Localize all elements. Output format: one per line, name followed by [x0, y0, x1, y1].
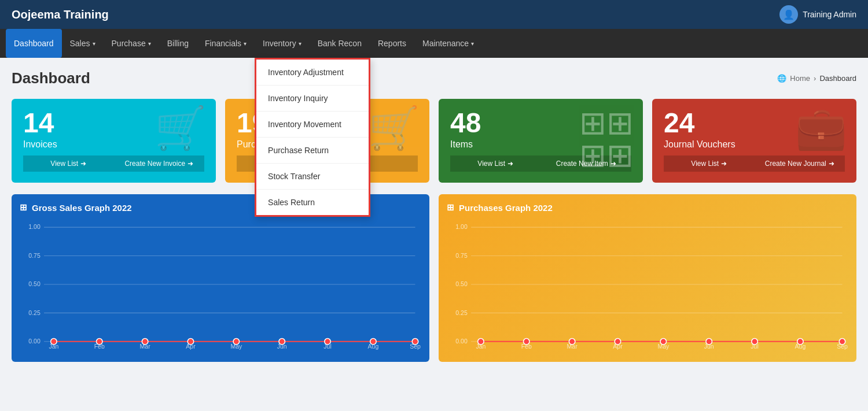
svg-text:0.25: 0.25 — [455, 309, 468, 316]
arrow-right-icon: ➜ — [721, 160, 727, 168]
purchases-svg: 1.00 0.75 0.50 0.25 0.00 — [447, 219, 848, 351]
svg-text:Apr: Apr — [613, 343, 623, 350]
arrow-right-icon: ➜ — [80, 160, 86, 168]
gross-sales-chart: ⊞ Gross Sales Graph 2022 1.00 0.75 0.50 … — [12, 194, 429, 362]
svg-text:Jul: Jul — [323, 343, 331, 350]
stat-card-journals: 24 Journal Vouchers 💼 View List ➜ Create… — [652, 99, 856, 183]
plus-icon: ➜ — [187, 160, 193, 168]
svg-text:Feb: Feb — [94, 343, 105, 350]
svg-text:0.75: 0.75 — [455, 252, 468, 259]
chevron-down-icon: ▾ — [471, 40, 474, 47]
page-title: Dashboard — [12, 69, 90, 87]
invoices-create-btn[interactable]: Create New Invoice ➜ — [114, 155, 205, 172]
user-avatar: 👤 — [779, 5, 798, 24]
inventory-dropdown: Inventory Adjustment Inventory Inquiry I… — [255, 58, 370, 217]
dashboard-header: Dashboard 🌐 Home › Dashboard — [12, 69, 856, 87]
gross-sales-chart-area: 1.00 0.75 0.50 0.25 0.00 — [20, 219, 421, 351]
user-info: 👤 Training Admin — [779, 5, 856, 24]
items-view-btn[interactable]: View List ➜ — [450, 155, 541, 172]
purchases-chart: ⊞ Purchases Graph 2022 1.00 0.75 0.50 0.… — [439, 194, 856, 362]
dropdown-item-inventory-adjustment[interactable]: Inventory Adjustment — [256, 60, 369, 86]
breadcrumb-home[interactable]: Home — [790, 74, 810, 83]
svg-text:Sep: Sep — [410, 343, 421, 350]
invoices-view-btn[interactable]: View List ➜ — [23, 155, 114, 172]
dropdown-item-sales-return[interactable]: Sales Return — [256, 190, 369, 215]
app-title: Oojeema Training — [12, 8, 109, 21]
stat-card-invoices: 14 Invoices 🛒 View List ➜ Create New Inv… — [12, 99, 216, 183]
svg-text:Aug: Aug — [368, 343, 379, 350]
chevron-down-icon: ▾ — [299, 40, 301, 47]
items-icon: ⊞⊞⊞⊞ — [579, 107, 634, 172]
svg-text:1.00: 1.00 — [28, 223, 41, 230]
svg-text:Feb: Feb — [521, 343, 532, 350]
svg-text:0.75: 0.75 — [28, 252, 41, 259]
grid-icon: ⊞ — [447, 202, 454, 213]
svg-text:0.50: 0.50 — [455, 280, 468, 287]
nav-bankrecon[interactable]: Bank Recon — [310, 29, 370, 58]
nav-dashboard[interactable]: Dashboard — [6, 29, 62, 58]
svg-text:0.00: 0.00 — [28, 338, 41, 345]
gross-sales-svg: 1.00 0.75 0.50 0.25 0.00 — [20, 219, 421, 351]
nav-sales[interactable]: Sales ▾ — [62, 29, 104, 58]
briefcase-icon: 💼 — [795, 107, 847, 149]
svg-text:Aug: Aug — [795, 343, 806, 350]
main-content: Dashboard 🌐 Home › Dashboard 14 Invoices… — [0, 58, 868, 373]
plus-icon: ➜ — [829, 160, 834, 168]
breadcrumb-current: Dashboard — [819, 74, 856, 83]
svg-text:Jun: Jun — [704, 343, 714, 350]
grid-icon: ⊞ — [20, 202, 27, 213]
dropdown-item-purchase-return[interactable]: Purchase Return — [256, 138, 369, 164]
purchases-chart-area: 1.00 0.75 0.50 0.25 0.00 — [447, 219, 848, 351]
svg-text:Jan: Jan — [476, 343, 486, 350]
breadcrumb-globe-icon: 🌐 — [777, 74, 786, 83]
user-name: Training Admin — [803, 10, 856, 19]
nav-inventory[interactable]: Inventory ▾ Inventory Adjustment Invento… — [255, 29, 310, 58]
journals-view-btn[interactable]: View List ➜ — [664, 155, 755, 172]
journals-create-btn[interactable]: Create New Journal ➜ — [755, 155, 845, 172]
nav-reports[interactable]: Reports — [370, 29, 414, 58]
nav-maintenance[interactable]: Maintenance ▾ — [414, 29, 482, 58]
svg-text:Sep: Sep — [837, 343, 848, 350]
stat-card-items: 48 Items ⊞⊞⊞⊞ View List ➜ Create New Ite… — [439, 99, 643, 183]
svg-text:Mar: Mar — [567, 343, 578, 350]
dropdown-item-stock-transfer[interactable]: Stock Transfer — [256, 164, 369, 190]
charts-row: ⊞ Gross Sales Graph 2022 1.00 0.75 0.50 … — [12, 194, 856, 362]
svg-text:May: May — [657, 343, 670, 350]
cart-icon: 🛒 — [155, 107, 207, 149]
chevron-down-icon: ▾ — [93, 40, 95, 47]
nav-financials[interactable]: Financials ▾ — [197, 29, 255, 58]
svg-text:0.50: 0.50 — [28, 280, 41, 287]
dropdown-item-inventory-inquiry[interactable]: Inventory Inquiry — [256, 86, 369, 112]
stat-cards: 14 Invoices 🛒 View List ➜ Create New Inv… — [12, 99, 856, 183]
breadcrumb-separator: › — [814, 74, 816, 83]
nav-billing[interactable]: Billing — [159, 29, 197, 58]
svg-text:1.00: 1.00 — [455, 223, 468, 230]
svg-text:0.00: 0.00 — [455, 338, 468, 345]
chevron-down-icon: ▾ — [244, 40, 247, 47]
cart-icon: 🛒 — [368, 107, 420, 149]
svg-text:Apr: Apr — [186, 343, 196, 350]
svg-text:Jan: Jan — [49, 343, 58, 350]
svg-text:0.25: 0.25 — [28, 309, 41, 316]
invoices-actions: View List ➜ Create New Invoice ➜ — [23, 155, 204, 172]
navbar: Dashboard Sales ▾ Purchase ▾ Billing Fin… — [0, 29, 868, 58]
journals-actions: View List ➜ Create New Journal ➜ — [664, 155, 845, 172]
nav-purchase[interactable]: Purchase ▾ — [104, 29, 159, 58]
svg-text:May: May — [230, 343, 242, 350]
svg-text:Jun: Jun — [277, 343, 287, 350]
breadcrumb: 🌐 Home › Dashboard — [777, 74, 856, 83]
chevron-down-icon: ▾ — [148, 40, 151, 47]
svg-text:Jul: Jul — [751, 343, 758, 350]
purchases-chart-title: ⊞ Purchases Graph 2022 — [447, 202, 848, 213]
dropdown-item-inventory-movement[interactable]: Inventory Movement — [256, 112, 369, 138]
svg-text:Mar: Mar — [140, 343, 151, 350]
topbar: Oojeema Training 👤 Training Admin — [0, 0, 868, 29]
arrow-right-icon: ➜ — [507, 160, 513, 168]
